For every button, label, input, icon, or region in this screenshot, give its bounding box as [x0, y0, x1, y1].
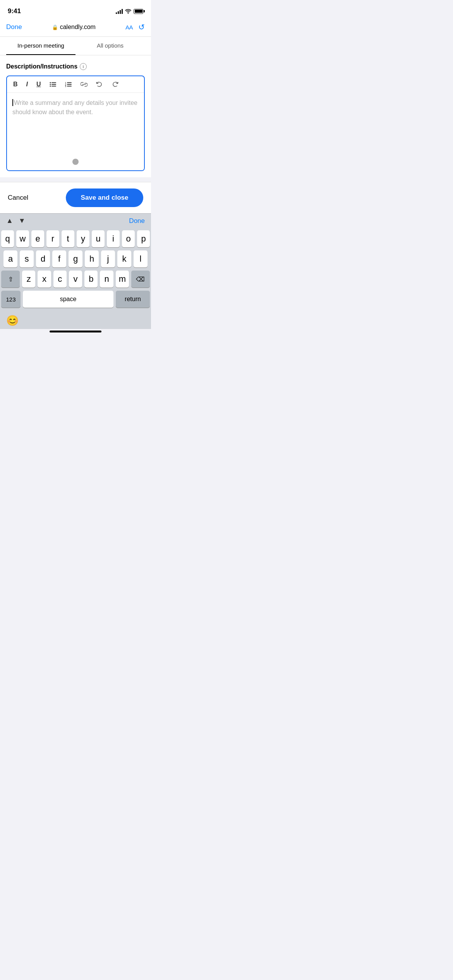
description-label-text: Description/Instructions [6, 63, 77, 70]
bullet-list-button[interactable] [48, 81, 58, 88]
browser-url-text: calendly.com [60, 24, 96, 31]
underline-button[interactable]: U [35, 80, 43, 89]
tabs-row: In-person meeting All options [0, 37, 151, 55]
keyboard-nav: ▲ ▼ [6, 217, 26, 225]
tab-in-person-meeting[interactable]: In-person meeting [6, 37, 76, 55]
bullet-list-icon [50, 82, 57, 87]
browser-bar: Done 🔒 calendly.com AA ↻ [0, 19, 151, 37]
save-close-button[interactable]: Save and close [66, 188, 143, 207]
footer-actions: Cancel Save and close [0, 182, 151, 213]
keyboard-row-3: ⇧ z x c v b n m ⌫ [1, 271, 150, 288]
key-a[interactable]: a [3, 250, 17, 267]
key-x[interactable]: x [38, 271, 51, 288]
svg-rect-7 [67, 82, 72, 83]
keyboard-next-button[interactable]: ▼ [19, 217, 26, 225]
key-r[interactable]: r [46, 230, 59, 247]
editor-toolbar: B I U 1 2 [7, 76, 144, 93]
emoji-row: 😊 [0, 312, 151, 329]
space-key[interactable]: space [23, 291, 113, 308]
key-s[interactable]: s [20, 250, 34, 267]
key-n[interactable]: n [100, 271, 113, 288]
svg-rect-5 [51, 86, 56, 87]
signal-bars-icon [116, 9, 123, 14]
home-indicator [50, 331, 101, 332]
keyboard-done-button[interactable]: Done [129, 217, 145, 225]
cancel-button[interactable]: Cancel [8, 194, 28, 202]
svg-text:3: 3 [65, 85, 66, 87]
italic-button[interactable]: I [25, 80, 29, 89]
svg-rect-1 [51, 82, 56, 83]
editor-container[interactable]: B I U 1 2 [6, 75, 145, 171]
key-y[interactable]: y [77, 230, 89, 247]
link-icon [81, 82, 88, 87]
backspace-key[interactable]: ⌫ [131, 271, 150, 288]
numbered-list-icon: 1 2 3 [65, 82, 72, 87]
lock-icon: 🔒 [52, 24, 58, 30]
key-p[interactable]: p [137, 230, 150, 247]
key-g[interactable]: g [69, 250, 82, 267]
key-v[interactable]: v [69, 271, 82, 288]
info-icon[interactable]: i [80, 63, 87, 70]
editor-body[interactable]: Write a summary and any details your inv… [7, 93, 144, 170]
description-label: Description/Instructions i [6, 63, 145, 70]
undo-button[interactable] [94, 81, 105, 88]
key-f[interactable]: f [52, 250, 66, 267]
key-m[interactable]: m [116, 271, 129, 288]
description-section: Description/Instructions i B I U [0, 55, 151, 177]
link-button[interactable] [79, 81, 89, 87]
page-content: In-person meeting All options Descriptio… [0, 37, 151, 177]
key-h[interactable]: h [85, 250, 99, 267]
drag-handle[interactable] [72, 159, 79, 165]
browser-actions: AA ↻ [125, 22, 145, 32]
keyboard-row-4: 123 space return [1, 291, 150, 308]
editor-cursor [12, 99, 13, 106]
key-u[interactable]: u [92, 230, 105, 247]
keyboard: q w e r t y u i o p a s d f g h j k l ⇧ … [0, 228, 151, 312]
key-z[interactable]: z [22, 271, 35, 288]
emoji-button[interactable]: 😊 [6, 315, 19, 327]
wifi-icon [125, 9, 131, 14]
key-e[interactable]: e [31, 230, 44, 247]
battery-icon [134, 9, 143, 14]
reload-button[interactable]: ↻ [138, 22, 145, 32]
status-time: 9:41 [8, 7, 21, 15]
key-w[interactable]: w [16, 230, 29, 247]
bold-button[interactable]: B [12, 80, 19, 89]
svg-point-4 [50, 86, 51, 87]
undo-icon [96, 81, 103, 87]
editor-placeholder: Write a summary and any details your inv… [12, 99, 137, 115]
svg-point-2 [50, 84, 51, 85]
browser-url: 🔒 calendly.com [52, 24, 96, 31]
key-j[interactable]: j [101, 250, 115, 267]
key-k[interactable]: k [117, 250, 131, 267]
key-q[interactable]: q [1, 230, 14, 247]
svg-point-0 [50, 82, 51, 83]
keyboard-prev-button[interactable]: ▲ [6, 217, 13, 225]
svg-rect-9 [67, 84, 72, 85]
numbers-key[interactable]: 123 [1, 291, 21, 308]
aa-button[interactable]: AA [125, 24, 133, 31]
key-t[interactable]: t [62, 230, 74, 247]
status-bar: 9:41 [0, 0, 151, 19]
key-i[interactable]: i [107, 230, 120, 247]
shift-key[interactable]: ⇧ [1, 271, 20, 288]
numbered-list-button[interactable]: 1 2 3 [63, 81, 74, 88]
svg-rect-11 [67, 86, 72, 87]
browser-done-button[interactable]: Done [6, 23, 22, 31]
key-d[interactable]: d [36, 250, 50, 267]
keyboard-row-2: a s d f g h j k l [1, 250, 150, 267]
redo-icon [112, 81, 118, 87]
key-c[interactable]: c [53, 271, 67, 288]
svg-rect-3 [51, 84, 56, 85]
redo-button[interactable] [110, 81, 120, 88]
keyboard-toolbar: ▲ ▼ Done [0, 213, 151, 228]
status-icons [116, 9, 143, 14]
key-b[interactable]: b [84, 271, 98, 288]
tab-all-options[interactable]: All options [76, 37, 145, 55]
battery-fill [135, 10, 142, 13]
key-o[interactable]: o [122, 230, 135, 247]
key-l[interactable]: l [134, 250, 148, 267]
return-key[interactable]: return [116, 291, 150, 308]
keyboard-row-1: q w e r t y u i o p [1, 230, 150, 247]
